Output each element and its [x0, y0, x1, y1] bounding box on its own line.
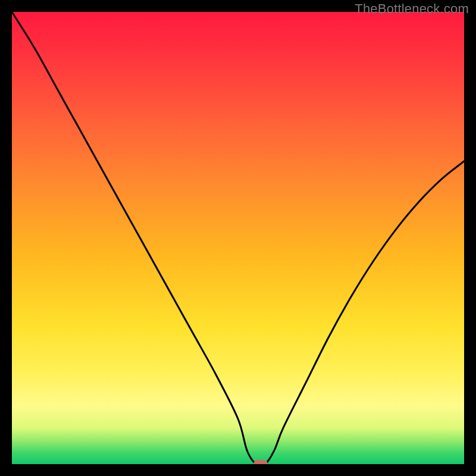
- watermark-text: TheBottleneck.com: [355, 1, 469, 17]
- plot-area: [12, 12, 464, 464]
- bottleneck-curve: [12, 12, 464, 464]
- optimum-marker: [253, 460, 268, 464]
- chart-frame: TheBottleneck.com: [0, 0, 476, 476]
